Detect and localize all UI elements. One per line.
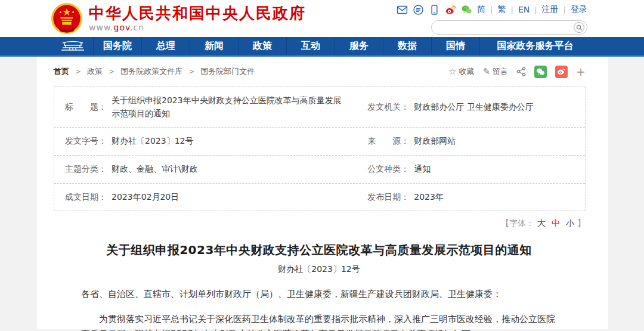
meta-label-doc-number: 发文字号： <box>65 135 107 148</box>
meta-value-written-date: 2023年02月20日 <box>112 191 179 204</box>
meta-row-doc-number: 发文字号： 财办社〔2023〕12号 来 源： 财政部网站 <box>54 128 585 156</box>
link-separator: | <box>564 5 566 14</box>
nav-item-services[interactable]: 服务 <box>335 37 383 55</box>
nav-item-national-conditions[interactable]: 国情 <box>431 37 479 55</box>
site-brand[interactable]: 中华人民共和国中央人民政府 www.gov.cn <box>51 2 306 35</box>
meta-value-doc-type: 通知 <box>414 163 431 176</box>
nav-item-state-council[interactable]: 国务院 <box>93 37 141 55</box>
search-box[interactable] <box>431 20 587 35</box>
breadcrumb-policy-library[interactable]: 国务院政策文件库 <box>120 66 182 77</box>
share-button[interactable] <box>516 67 526 76</box>
meta-label-written-date: 成文日期： <box>65 191 107 204</box>
mail-icon[interactable] <box>397 4 408 16</box>
favorite-label: 收藏 <box>459 66 475 77</box>
star-icon: ☆ <box>448 66 456 77</box>
content-container: 首页 > 政策 > 国务院政策文件库 > 国务院部门文件 ☆ 收藏 ✎ 留言 <box>37 57 608 329</box>
tiananmen-icon[interactable] <box>52 37 93 55</box>
article-paragraph-body: 为贯彻落实习近平总书记关于深化医药卫生体制改革的重要指示批示精神，深入推广三明市… <box>81 312 557 331</box>
site-header: 中华人民共和国中央人民政府 www.gov.cn <box>0 0 644 37</box>
nav-item-news[interactable]: 新闻 <box>190 37 238 55</box>
search-icon[interactable] <box>574 22 584 33</box>
meta-value-issuing-agency: 财政部办公厅 卫生健康委办公厅 <box>414 101 533 114</box>
breadcrumb-separator: > <box>188 67 194 76</box>
header-quick-links: 简 | 繁 | EN | 注册 | 登录 <box>397 2 587 17</box>
breadcrumb-row: 首页 > 政策 > 国务院政策文件库 > 国务院部门文件 ☆ 收藏 ✎ 留言 <box>54 65 586 78</box>
meta-row-dates: 成文日期： 2023年02月20日 发布日期： 2023年 <box>54 184 585 211</box>
wechat-icon <box>536 68 545 76</box>
meta-label-category: 主题分类： <box>65 163 107 176</box>
meta-value-doc-number: 财办社〔2023〕12号 <box>112 135 193 148</box>
weibo-icon <box>557 67 566 76</box>
article-doc-number: 财办社〔2023〕12号 <box>81 264 557 275</box>
meta-label-source: 来 源： <box>367 135 409 148</box>
url-www: www. <box>89 23 114 32</box>
register-link[interactable]: 注册 <box>542 4 559 15</box>
breadcrumb-separator: > <box>75 67 81 76</box>
breadcrumb-policy[interactable]: 政策 <box>87 66 103 77</box>
article-paragraph-salutation: 各省、自治区、直辖市、计划单列市财政厅（局）、卫生健康委，新疆生产建设兵团财政局… <box>81 287 557 302</box>
meta-label-publish-date: 发布日期： <box>367 191 409 204</box>
nav-item-gov-service-platform[interactable]: 国家政务服务平台 <box>479 37 590 55</box>
site-title: 中华人民共和国中央人民政府 <box>89 5 306 22</box>
meta-value-publish-date: 2023年 <box>414 191 444 204</box>
lang-english-link[interactable]: EN <box>518 5 530 14</box>
doc-meta-table: 标 题： 关于组织申报2023年中央财政支持公立医院改革与高质量发展示范项目的通… <box>54 86 586 211</box>
main-nav: 国务院 总理 新闻 政策 互动 服务 数据 国情 国家政务服务平台 <box>0 37 644 57</box>
font-size-prefix: 【字体： <box>501 218 534 228</box>
search-input[interactable] <box>439 23 574 32</box>
font-medium-button[interactable]: 中 <box>552 218 560 228</box>
site-url[interactable]: www.gov.cn <box>89 23 306 32</box>
message-icon[interactable] <box>413 4 424 16</box>
font-size-control: 【字体：大中小】 <box>54 218 586 229</box>
weibo-icon[interactable] <box>445 4 456 16</box>
brand-text: 中华人民共和国中央人民政府 www.gov.cn <box>89 5 306 33</box>
breadcrumb-separator: > <box>109 67 114 76</box>
nav-item-premier[interactable]: 总理 <box>141 37 190 55</box>
nav-item-interaction[interactable]: 互动 <box>286 37 335 55</box>
login-link[interactable]: 登录 <box>571 4 587 15</box>
lang-traditional-link[interactable]: 繁 <box>498 4 506 15</box>
nav-item-data[interactable]: 数据 <box>383 37 431 55</box>
comment-button[interactable]: ✎ 留言 <box>483 66 509 77</box>
nav-item-policy[interactable]: 政策 <box>238 37 286 55</box>
lang-simplified-link[interactable]: 简 <box>477 4 485 15</box>
share-nodes-icon <box>516 67 526 76</box>
url-gov: gov <box>114 23 131 32</box>
article-title: 关于组织申报2023年中央财政支持公立医院改革与高质量发展示范项目的通知 <box>81 242 557 258</box>
weibo-share-button[interactable] <box>555 66 568 78</box>
breadcrumb-department-documents[interactable]: 国务院部门文件 <box>200 66 255 77</box>
wechat-share-button[interactable] <box>534 66 547 78</box>
meta-row-category: 主题分类： 财政、金融、审计\财政 公文种类： 通知 <box>54 156 585 184</box>
comment-label: 留言 <box>493 66 508 77</box>
link-separator: | <box>534 5 537 14</box>
national-emblem-icon <box>51 2 83 35</box>
font-size-suffix: 】 <box>577 218 586 228</box>
breadcrumb: 首页 > 政策 > 国务院政策文件库 > 国务院部门文件 <box>54 66 255 77</box>
favorite-button[interactable]: ☆ 收藏 <box>448 66 474 77</box>
article: 关于组织申报2023年中央财政支持公立医院改革与高质量发展示范项目的通知 财办社… <box>54 242 586 331</box>
meta-value-title: 关于组织申报2023年中央财政支持公立医院改革与高质量发展示范项目的通知 <box>112 94 347 120</box>
breadcrumb-home[interactable]: 首页 <box>54 66 69 77</box>
pencil-icon: ✎ <box>483 66 491 77</box>
meta-label-doc-type: 公文种类： <box>367 163 409 176</box>
font-small-button[interactable]: 小 <box>566 218 574 228</box>
meta-label-title: 标 题： <box>65 101 107 114</box>
mobile-icon[interactable] <box>429 4 440 16</box>
wechat-icon[interactable] <box>461 4 472 16</box>
meta-label-issuing-agency: 发文机关： <box>367 101 409 114</box>
page-actions: ☆ 收藏 ✎ 留言 <box>448 66 586 78</box>
link-separator: | <box>511 5 513 14</box>
url-cn: .cn <box>130 23 144 32</box>
link-separator: | <box>490 5 493 14</box>
font-large-button[interactable]: 大 <box>537 218 546 228</box>
more-share-button[interactable]: + <box>576 66 586 78</box>
meta-row-title: 标 题： 关于组织申报2023年中央财政支持公立医院改革与高质量发展示范项目的通… <box>54 87 585 128</box>
meta-value-source: 财政部网站 <box>414 135 456 148</box>
meta-value-category: 财政、金融、审计\财政 <box>112 163 198 176</box>
page: 中华人民共和国中央人民政府 www.gov.cn <box>0 0 644 329</box>
header-tools: 简 | 繁 | EN | 注册 | 登录 <box>397 2 587 35</box>
